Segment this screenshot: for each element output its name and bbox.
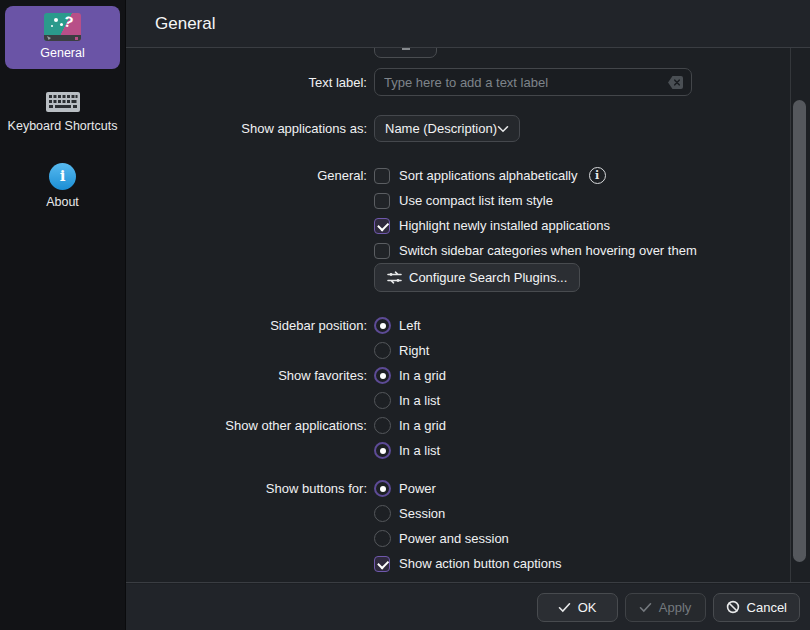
radio-label: Session <box>399 506 445 521</box>
radio-button[interactable] <box>374 480 391 497</box>
radio-option[interactable]: Power and session <box>374 530 509 547</box>
radio-label: Right <box>399 343 429 358</box>
checkbox-label: Use compact list item style <box>399 193 553 208</box>
checkbox-label: Highlight newly installed applications <box>399 218 610 233</box>
keyboard-icon <box>45 90 81 114</box>
checkbox-option[interactable]: Show action button captions <box>374 556 562 572</box>
checkbox[interactable] <box>374 168 390 184</box>
checkbox-label: Sort applications alphabetically <box>399 168 578 183</box>
radio-label: In a list <box>399 443 440 458</box>
radio-option[interactable]: In a grid <box>374 367 446 384</box>
settings-scroll-area[interactable]: Text label: Show applications as: Name (… <box>126 48 810 583</box>
show-applications-row: Show applications as: Name (Description) <box>126 115 810 142</box>
sidebar-item-label: About <box>46 195 79 210</box>
field-label: Show applications as: <box>126 121 374 136</box>
checkbox-option[interactable]: Use compact list item style <box>374 193 553 209</box>
show-applications-dropdown[interactable]: Name (Description) <box>374 115 520 142</box>
radio-button[interactable] <box>374 392 391 409</box>
general-checkbox-row: Switch sidebar categories when hovering … <box>126 238 810 263</box>
page-title: General <box>155 14 215 34</box>
radio-button[interactable] <box>374 417 391 434</box>
radio-option[interactable]: Session <box>374 505 445 522</box>
text-label-row: Text label: <box>126 68 810 96</box>
vertical-scrollbar-thumb[interactable] <box>793 100 806 562</box>
show-buttons-for-row: Session <box>126 501 810 526</box>
button-label: Configure Search Plugins... <box>409 270 567 285</box>
sliders-icon <box>387 271 402 284</box>
checkbox[interactable] <box>374 243 390 259</box>
group-label: Show other applications: <box>126 418 374 433</box>
checkbox-option[interactable]: Switch sidebar categories when hovering … <box>374 243 697 259</box>
ok-button[interactable]: OK <box>537 593 618 622</box>
group-label: Sidebar position: <box>126 318 374 333</box>
checkbox[interactable] <box>374 218 390 234</box>
general-checkbox-row: Highlight newly installed applications <box>126 213 810 238</box>
settings-main-panel: General Text label: Show applications as… <box>126 0 810 630</box>
sidebar-item-general[interactable]: ? General <box>5 6 120 69</box>
radio-button[interactable] <box>374 505 391 522</box>
radio-button[interactable] <box>374 342 391 359</box>
radio-label: In a list <box>399 393 440 408</box>
show-favorites-row: Show favorites: In a grid <box>126 363 810 388</box>
sidebar-item-label: Keyboard Shortcuts <box>8 119 118 134</box>
radio-label: Left <box>399 318 421 333</box>
settings-sidebar: ? General Keyboard Shortcuts i About <box>0 0 126 630</box>
radio-label: Power <box>399 481 436 496</box>
info-icon[interactable]: i <box>589 167 606 184</box>
sidebar-position-row: Right <box>126 338 810 363</box>
whisker-menu-icon: ? <box>44 13 81 41</box>
dialog-footer: OK Apply Cancel <box>126 584 810 630</box>
radio-button[interactable] <box>374 442 391 459</box>
radio-label: In a grid <box>399 368 446 383</box>
radio-button[interactable] <box>374 317 391 334</box>
radio-button[interactable] <box>374 367 391 384</box>
button-label: OK <box>578 600 597 615</box>
show-other-applications-row: Show other applications: In a grid <box>126 413 810 438</box>
show-buttons-for-row: Show buttons for: Power <box>126 476 810 501</box>
page-header: General <box>126 0 810 48</box>
radio-option[interactable]: In a grid <box>374 417 446 434</box>
general-checkbox-row: Use compact list item style <box>126 188 810 213</box>
cancel-button[interactable]: Cancel <box>713 593 800 622</box>
field-label: Text label: <box>126 75 374 90</box>
text-label-input[interactable] <box>375 75 691 90</box>
sidebar-position-row: Sidebar position: Left <box>126 313 810 338</box>
radio-button[interactable] <box>374 530 391 547</box>
dropdown-value: Name (Description) <box>385 121 497 136</box>
sidebar-item-label: General <box>40 46 84 61</box>
radio-option[interactable]: In a list <box>374 442 440 459</box>
text-label-input-wrap <box>374 68 692 96</box>
apply-button[interactable]: Apply <box>625 593 706 622</box>
scrollbar-track-border <box>790 48 791 582</box>
general-checkbox-row: General: Sort applications alphabeticall… <box>126 163 810 188</box>
radio-label: In a grid <box>399 418 446 433</box>
checkbox-option[interactable]: Sort applications alphabetically i <box>374 167 606 184</box>
sidebar-item-about[interactable]: i About <box>5 156 120 218</box>
configure-search-plugins-button[interactable]: Configure Search Plugins... <box>374 263 580 292</box>
radio-option[interactable]: Power <box>374 480 436 497</box>
group-label: Show buttons for: <box>126 481 374 496</box>
clipped-top-widget[interactable] <box>374 48 437 58</box>
radio-option[interactable]: Left <box>374 317 421 334</box>
radio-option[interactable]: In a list <box>374 392 440 409</box>
check-icon <box>558 602 571 613</box>
chevron-down-icon <box>497 125 509 133</box>
action-button-captions-row: Show action button captions <box>126 551 810 576</box>
checkbox-label: Show action button captions <box>399 556 562 571</box>
checkbox[interactable] <box>374 556 390 572</box>
checkbox-option[interactable]: Highlight newly installed applications <box>374 218 610 234</box>
show-other-applications-row: In a list <box>126 438 810 463</box>
show-favorites-row: In a list <box>126 388 810 413</box>
dash-glyph <box>402 48 410 50</box>
sidebar-item-keyboard-shortcuts[interactable]: Keyboard Shortcuts <box>5 83 120 142</box>
button-label: Apply <box>659 600 692 615</box>
group-label: General: <box>126 168 374 183</box>
button-label: Cancel <box>747 600 787 615</box>
checkbox[interactable] <box>374 193 390 209</box>
configure-plugins-row: Configure Search Plugins... <box>126 263 810 292</box>
clear-input-icon[interactable] <box>667 75 684 90</box>
show-buttons-for-row: Power and session <box>126 526 810 551</box>
info-circle-icon: i <box>49 163 76 190</box>
radio-option[interactable]: Right <box>374 342 429 359</box>
radio-label: Power and session <box>399 531 509 546</box>
